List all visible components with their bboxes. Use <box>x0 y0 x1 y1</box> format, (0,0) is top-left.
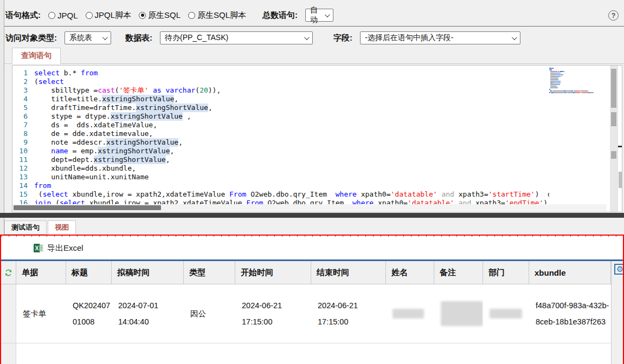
view-result-panel: X 导出Excel 单据标题拟稿时间类型开始时间结束时间姓名备注部门xbundl… <box>0 235 624 364</box>
code-line: 14from <box>12 181 606 190</box>
code-line: 12 xbundle=dds.xbundle, <box>12 164 606 173</box>
tab-view[interactable]: 视图 <box>48 220 76 235</box>
table-cell <box>483 343 529 364</box>
radio-format-0[interactable]: JPQL <box>48 11 78 20</box>
column-header-3[interactable]: 拟稿时间 <box>112 261 184 284</box>
line-number: 13 <box>12 173 34 181</box>
line-number: 11 <box>12 155 34 164</box>
object-type-select[interactable]: 系统表 <box>65 31 111 44</box>
table-cell <box>483 284 529 343</box>
chevron-down-icon <box>102 35 108 40</box>
table-cell: 签卡单 <box>16 284 66 343</box>
result-table-body: 签卡单QK202407010082024-07-01 14:04:40因公202… <box>1 284 611 364</box>
svg-text:X: X <box>35 245 39 251</box>
radio-circle-icon <box>48 12 55 19</box>
table-cell <box>386 343 434 364</box>
column-header-5[interactable]: 开始时间 <box>235 261 311 284</box>
column-header-9[interactable]: 部门 <box>483 261 529 284</box>
radio-format-3[interactable]: 原生SQL脚本 <box>188 10 246 21</box>
data-table-select[interactable]: 待办(PP_C_TASK) <box>160 31 313 44</box>
radio-label: JPQL脚本 <box>95 10 132 21</box>
row-selector[interactable] <box>1 343 16 364</box>
table-cell <box>386 284 434 343</box>
tab-test-statement[interactable]: 测试语句 <box>4 220 47 235</box>
scrollbar-thumb[interactable] <box>14 205 161 210</box>
table-cell: QK20240701014 <box>66 343 112 364</box>
column-header-10[interactable]: xbundle <box>529 261 611 284</box>
tab-query-statement[interactable]: 查询语句 <box>12 48 61 64</box>
data-table-value: 待办(PP_C_TASK) <box>165 33 228 43</box>
statement-format-label: 语句格式: <box>5 10 41 21</box>
result-tab-strip: 测试语句视图 <box>4 220 624 235</box>
line-number: 2 <box>12 77 34 86</box>
chevron-down-icon <box>304 35 310 40</box>
row-selector[interactable] <box>1 284 16 343</box>
table-right-gutter <box>611 261 623 364</box>
object-type-label: 访问对象类型: <box>5 33 57 43</box>
column-header-4[interactable]: 类型 <box>184 261 235 284</box>
code-line: 8 de = dde.xdatetimevalue, <box>12 129 606 138</box>
redacted-value <box>441 301 483 326</box>
column-header-1[interactable]: 单据 <box>16 261 66 284</box>
radio-format-1[interactable]: JPQL脚本 <box>86 10 132 21</box>
refresh-button[interactable] <box>1 261 16 284</box>
table-cell: 签卡单 <box>16 343 66 364</box>
sql-code: 1select b.* from2(select3 sbilltype =cas… <box>12 69 606 207</box>
radio-circle-icon <box>86 12 93 19</box>
export-excel-label: 导出Excel <box>47 243 83 253</box>
line-number: 4 <box>12 95 34 103</box>
line-number: 15 <box>12 190 34 199</box>
column-header-2[interactable]: 标题 <box>66 261 112 284</box>
panel-splitter[interactable] <box>0 213 624 218</box>
chevron-down-icon <box>325 12 330 17</box>
column-header-8[interactable]: 备注 <box>434 261 483 284</box>
window-left-edge <box>0 0 4 235</box>
chevron-down-icon <box>512 35 517 40</box>
editor-vertical-scrollbar[interactable] <box>610 66 617 212</box>
code-line: 11 dept=dept.xstringShortValue, <box>12 155 606 164</box>
line-number: 12 <box>12 164 34 173</box>
code-line: 4 title=title.xstringShortValue, <box>12 95 606 103</box>
count-statement-value: 自动 <box>310 5 320 25</box>
radio-circle-icon <box>139 12 146 19</box>
editor-minimap[interactable] <box>549 68 610 209</box>
table-cell: 因公 <box>184 343 235 364</box>
table-cell <box>311 343 386 364</box>
statement-format-radio-group: JPQLJPQL脚本原生SQL原生SQL脚本 <box>48 10 246 21</box>
line-number: 10 <box>12 147 34 155</box>
editor-horizontal-scrollbar[interactable] <box>12 204 607 211</box>
sql-editor[interactable]: 1select b.* from2(select3 sbilltype =cas… <box>12 65 622 212</box>
code-line: 15 (select xbundle,irow = xpath2,xdateTi… <box>12 190 606 199</box>
code-line: 10 name = emp.xstringShortValue, <box>12 147 606 155</box>
field-select[interactable]: -选择后在语句中插入字段- <box>360 31 520 44</box>
table-cell: 2024-06-21 17:15:00 <box>235 284 311 343</box>
code-line: 6 stype = dtype.xstringShortValue , <box>12 112 606 121</box>
code-line: 13 unitName=unit.xunitName <box>12 173 606 181</box>
count-statement-select[interactable]: 自动 <box>305 9 333 22</box>
export-excel-button[interactable]: X 导出Excel <box>34 243 83 253</box>
statement-format-toolbar: 语句格式: JPQLJPQL脚本原生SQL原生SQL脚本 总数语句: 自动 ? <box>5 6 619 24</box>
help-icon[interactable]: ? <box>608 10 619 21</box>
line-number: 3 <box>12 86 34 95</box>
redacted-value <box>393 309 424 318</box>
radio-format-2[interactable]: 原生SQL <box>139 10 181 21</box>
code-line: 9 note =ddescr.xstringShortValue, <box>12 138 606 147</box>
line-number: 14 <box>12 181 34 190</box>
refresh-icon <box>4 269 12 277</box>
radio-label: JPQL <box>57 11 78 20</box>
table-row[interactable]: 签卡单QK202407010142024-07-01因公2024-07-01fa… <box>1 343 611 364</box>
table-cell: 2024-07-01 14:04:40 <box>112 284 184 343</box>
editor-overview-ruler <box>617 66 622 212</box>
table-cell: faddd53c-c44b- <box>529 343 611 364</box>
object-type-value: 系统表 <box>69 33 92 43</box>
table-row[interactable]: 签卡单QK202407010082024-07-01 14:04:40因公202… <box>1 284 611 343</box>
line-number: 1 <box>12 69 34 77</box>
column-header-6[interactable]: 结束时间 <box>311 261 386 284</box>
column-settings-icon[interactable]: ⚙ <box>614 264 624 275</box>
code-line: 7 ds = dds.xdateTimeValue, <box>12 121 606 129</box>
column-header-7[interactable]: 姓名 <box>386 261 434 284</box>
table-cell: 2024-07-01 <box>112 343 184 364</box>
line-number: 6 <box>12 112 34 121</box>
code-line: 2(select <box>12 77 606 86</box>
radio-label: 原生SQL <box>148 10 181 21</box>
